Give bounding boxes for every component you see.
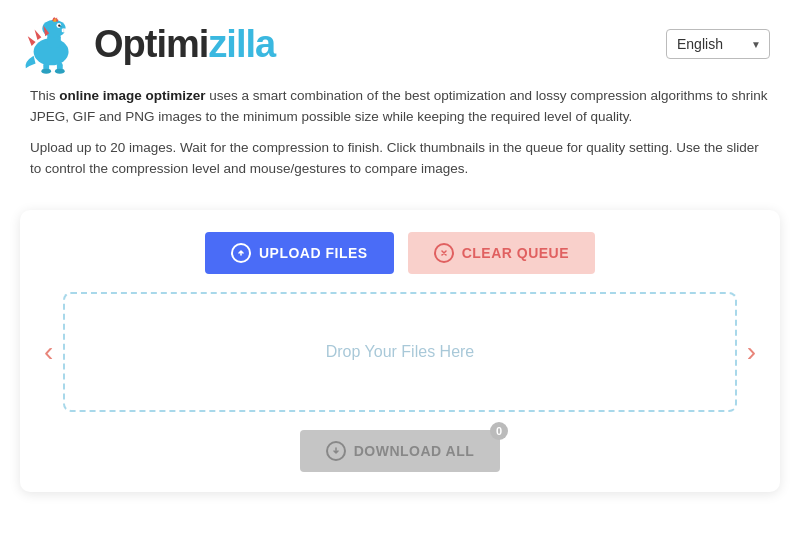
svg-point-14 xyxy=(55,69,65,74)
svg-rect-8 xyxy=(62,28,67,32)
drop-zone-row: ‹ Drop Your Files Here › xyxy=(40,292,760,412)
main-panel: UPLOAD FILES CLEAR QUEUE ‹ Drop Your Fil… xyxy=(20,210,780,492)
description-paragraph-1: This online image optimizer uses a smart… xyxy=(30,86,770,128)
svg-marker-3 xyxy=(28,36,36,46)
bold-text: online image optimizer xyxy=(59,88,205,103)
upload-files-button[interactable]: UPLOAD FILES xyxy=(205,232,394,274)
next-arrow-button[interactable]: › xyxy=(743,330,760,374)
header: Optimizilla English Español Français Deu… xyxy=(0,0,800,82)
button-row: UPLOAD FILES CLEAR QUEUE xyxy=(40,232,760,274)
language-selector-wrapper[interactable]: English Español Français Deutsch Italian… xyxy=(666,29,770,59)
logo-text: Optimizilla xyxy=(94,25,275,63)
svg-marker-4 xyxy=(35,29,42,40)
description-paragraph-2: Upload up to 20 images. Wait for the com… xyxy=(30,138,770,180)
dino-logo-icon xyxy=(20,14,88,74)
download-all-button[interactable]: DOWNLOAD ALL 0 xyxy=(300,430,501,472)
prev-arrow-button[interactable]: ‹ xyxy=(40,330,57,374)
download-icon xyxy=(326,441,346,461)
download-row: DOWNLOAD ALL 0 xyxy=(40,430,760,472)
description-section: This online image optimizer uses a smart… xyxy=(0,82,800,200)
download-badge: 0 xyxy=(490,422,508,440)
logo-zilla: zilla xyxy=(208,23,275,65)
svg-point-10 xyxy=(60,26,62,28)
logo-optimi: Optimi xyxy=(94,23,208,65)
logo-container: Optimizilla xyxy=(20,14,275,74)
language-select[interactable]: English Español Français Deutsch Italian… xyxy=(666,29,770,59)
clear-icon xyxy=(434,243,454,263)
drop-zone[interactable]: Drop Your Files Here xyxy=(63,292,736,412)
svg-point-13 xyxy=(41,69,51,74)
clear-queue-button[interactable]: CLEAR QUEUE xyxy=(408,232,595,274)
page-wrapper: Optimizilla English Español Français Deu… xyxy=(0,0,800,551)
drop-zone-text: Drop Your Files Here xyxy=(326,343,475,361)
upload-icon xyxy=(231,243,251,263)
